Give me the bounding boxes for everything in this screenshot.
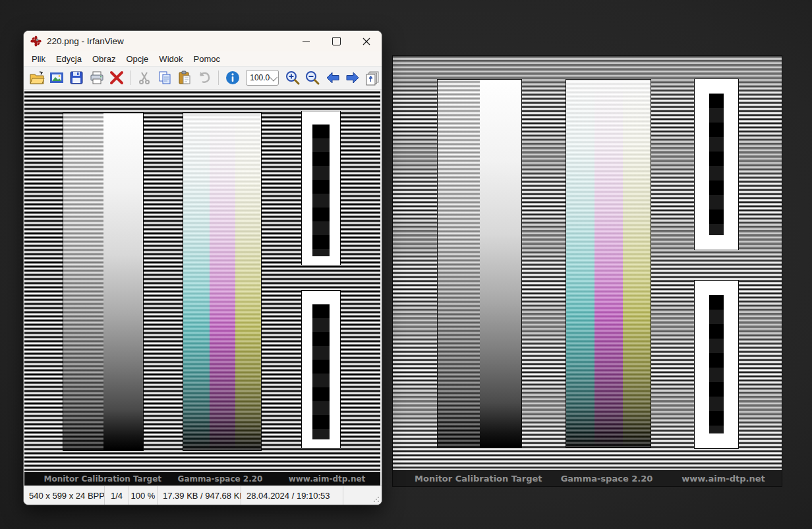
- info-circle-icon: [225, 70, 241, 86]
- undo-arrow-icon: [196, 70, 212, 86]
- clipboard-paste-icon: [177, 70, 192, 86]
- caption-url: www.aim-dtp.net: [682, 473, 765, 483]
- calibration-caption-band: Monitor Calibration Target Gamma-space 2…: [393, 470, 782, 486]
- copy-documents-icon: [157, 70, 173, 86]
- batch-pages-button[interactable]: [364, 69, 382, 87]
- magnifier-plus-icon: [285, 70, 301, 86]
- toolbar-separator: [130, 70, 131, 85]
- minimize-button[interactable]: [291, 31, 321, 51]
- black-checker-bar: [709, 295, 724, 433]
- caption-title: Monitor Calibration Target: [44, 474, 162, 484]
- yellow-gradient-strip: [623, 80, 651, 447]
- cmy-gradient-column: [566, 79, 651, 448]
- menu-obraz[interactable]: Obraz: [87, 53, 121, 65]
- scissors-icon: [136, 70, 152, 86]
- undo-button[interactable]: [196, 69, 214, 87]
- black-level-patch-top: [301, 111, 341, 265]
- grayscale-smooth-half: [103, 113, 143, 450]
- maximize-button[interactable]: [321, 31, 351, 51]
- arrow-left-icon: [325, 70, 341, 86]
- status-zoom-percent: 100 %: [129, 486, 158, 505]
- arrow-right-icon: [345, 70, 361, 86]
- cmy-gradient-column: [183, 113, 262, 451]
- zoom-combobox[interactable]: 100.0: [246, 70, 279, 86]
- calibration-caption-band: Monitor Calibration Target Gamma-space 2…: [24, 472, 380, 486]
- slideshow-button[interactable]: [47, 69, 65, 87]
- maximize-icon: [332, 37, 341, 45]
- irfanview-window: 220.png - IrfanView Plik Edycja Obraz Op…: [23, 30, 382, 505]
- caption-gamma: Gamma-space 2.20: [178, 474, 263, 484]
- paste-button[interactable]: [175, 69, 193, 87]
- floppy-disk-icon: [69, 70, 84, 86]
- printer-icon: [89, 70, 105, 86]
- black-checker-bar: [312, 304, 330, 439]
- magnifier-minus-icon: [304, 70, 320, 86]
- status-image-dimensions: 540 x 599 x 24 BPP: [24, 486, 105, 505]
- grayscale-striped-half: [438, 80, 480, 447]
- grayscale-gradient-column: [63, 113, 144, 451]
- irfanview-app-icon: [30, 36, 42, 47]
- copy-button[interactable]: [156, 69, 173, 87]
- caption-url: www.aim-dtp.net: [289, 474, 366, 484]
- displayed-calibration-image: Monitor Calibration Target Gamma-space 2…: [24, 91, 380, 486]
- next-image-button[interactable]: [343, 69, 361, 87]
- status-file-size: 17.39 KB / 947.68 KB: [158, 486, 241, 505]
- previous-image-button[interactable]: [324, 69, 341, 87]
- folder-open-icon: [29, 70, 45, 86]
- resize-grip[interactable]: [373, 496, 380, 503]
- chevron-down-icon: [270, 72, 278, 81]
- caption-gamma: Gamma-space 2.20: [561, 473, 653, 483]
- status-file-index: 1/4: [105, 486, 129, 505]
- grayscale-gradient-column: [437, 79, 522, 448]
- zoom-out-button[interactable]: [304, 69, 322, 87]
- black-checker-bar: [709, 94, 724, 235]
- magenta-gradient-strip: [210, 113, 235, 450]
- desktop: Monitor Calibration Target Gamma-space 2…: [0, 0, 812, 529]
- toolbar-separator: [218, 70, 219, 85]
- zoom-in-button[interactable]: [283, 69, 301, 87]
- status-file-datetime: 28.04.2024 / 19:10:53: [241, 486, 343, 505]
- delete-button[interactable]: [107, 69, 125, 87]
- info-button[interactable]: [223, 69, 241, 87]
- titlebar[interactable]: 220.png - IrfanView: [24, 31, 382, 51]
- minimize-icon: [303, 41, 310, 42]
- caption-title: Monitor Calibration Target: [415, 473, 542, 483]
- black-checker-bar: [312, 125, 330, 256]
- black-level-patch-bottom: [694, 280, 739, 449]
- menu-pomoc[interactable]: Pomoc: [188, 53, 225, 65]
- cyan-gradient-strip: [183, 113, 210, 450]
- open-button[interactable]: [28, 69, 45, 87]
- desktop-calibration-image: Monitor Calibration Target Gamma-space 2…: [392, 55, 782, 487]
- filmstrip-image-icon: [49, 70, 65, 86]
- toolbar: 100.0: [24, 67, 382, 90]
- menu-edycja[interactable]: Edycja: [51, 53, 87, 65]
- grayscale-smooth-half: [480, 80, 521, 447]
- menu-opcje[interactable]: Opcje: [121, 53, 154, 65]
- image-viewer-canvas[interactable]: Monitor Calibration Target Gamma-space 2…: [24, 90, 382, 486]
- menubar: Plik Edycja Obraz Opcje Widok Pomoc: [24, 51, 382, 67]
- window-title: 220.png - IrfanView: [47, 36, 291, 46]
- cut-button[interactable]: [136, 69, 154, 87]
- magenta-gradient-strip: [594, 80, 623, 447]
- print-button[interactable]: [88, 69, 105, 87]
- save-button[interactable]: [68, 69, 86, 87]
- menu-widok[interactable]: Widok: [154, 53, 188, 65]
- delete-red-x-icon: [109, 70, 125, 86]
- menu-plik[interactable]: Plik: [26, 53, 51, 65]
- grayscale-striped-half: [63, 113, 103, 450]
- cyan-gradient-strip: [566, 80, 594, 447]
- statusbar: 540 x 599 x 24 BPP 1/4 100 % 17.39 KB / …: [24, 486, 382, 505]
- black-level-patch-bottom: [301, 291, 341, 449]
- stacked-pages-up-icon: [364, 70, 380, 86]
- close-icon: [362, 38, 370, 45]
- yellow-gradient-strip: [235, 113, 261, 450]
- zoom-value: 100.0: [246, 73, 270, 82]
- status-filler: [343, 486, 382, 505]
- black-level-patch-top: [694, 78, 739, 250]
- close-button[interactable]: [351, 31, 382, 51]
